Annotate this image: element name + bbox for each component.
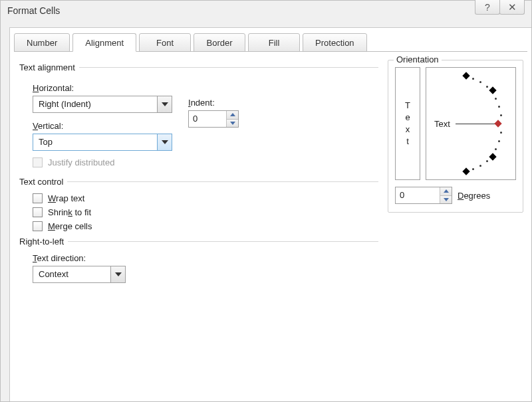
svg-marker-2 <box>230 113 235 116</box>
vertical-select[interactable]: Top <box>33 134 172 151</box>
vertical-value: Top <box>33 134 157 150</box>
checkbox-icon <box>33 193 43 203</box>
dial-tick <box>486 160 488 162</box>
dial-marker <box>489 153 496 160</box>
left-area: Text alignment Horizontal: Right (Indent… <box>19 62 378 283</box>
format-cells-dialog: Format Cells ? ✕ Number Alignment Font B… <box>0 0 532 402</box>
horizontal-value: Right (Indent) <box>33 96 157 112</box>
tab-border[interactable]: Border <box>194 33 245 52</box>
svg-marker-5 <box>444 189 449 193</box>
tab-font[interactable]: Font <box>139 33 191 52</box>
group-text-alignment: Text alignment <box>19 62 378 72</box>
vertical-label: Vertical: <box>33 121 172 131</box>
degrees-label: Degrees <box>458 191 490 201</box>
degrees-spinner[interactable]: 0 <box>395 187 452 204</box>
orientation-group: Orientation T e x t Text <box>388 60 523 213</box>
orientation-vertical-text-button[interactable]: T e x t <box>395 67 420 180</box>
degrees-value: 0 <box>396 187 440 203</box>
spinner-down-icon[interactable] <box>440 195 452 204</box>
close-icon: ✕ <box>508 1 517 13</box>
dial-marker <box>489 86 496 94</box>
dial-tick <box>486 86 488 88</box>
svg-marker-4 <box>115 272 122 276</box>
text-alignment-fields: Horizontal: Right (Indent) Vertical: <box>19 79 378 171</box>
help-button[interactable]: ? <box>475 0 500 15</box>
svg-marker-3 <box>230 122 235 125</box>
shrink-to-fit-checkbox[interactable]: Shrink to fit <box>33 207 378 217</box>
rtl-fields: Text direction: Context <box>19 253 378 283</box>
dial-indicator <box>494 120 501 127</box>
dial-marker <box>462 72 469 79</box>
spinner-up-icon[interactable] <box>227 111 238 119</box>
help-icon: ? <box>485 2 490 13</box>
checkbox-icon <box>33 157 43 167</box>
vertical-text-icon: T e x t <box>405 100 410 148</box>
close-button[interactable]: ✕ <box>499 0 525 15</box>
tab-protection[interactable]: Protection <box>303 33 367 52</box>
alignment-panel: Text alignment Horizontal: Right (Indent… <box>10 52 531 294</box>
text-control-fields: Wrap text Shrink to fit Merge cells <box>19 193 378 231</box>
spinner-down-icon[interactable] <box>227 119 238 128</box>
group-text-control: Text control <box>19 177 378 187</box>
svg-marker-6 <box>444 198 449 201</box>
dial-tick <box>479 81 481 83</box>
chevron-down-icon <box>157 134 172 150</box>
tab-strip: Number Alignment Font Border Fill Protec… <box>10 28 531 52</box>
horizontal-select[interactable]: Right (Indent) <box>33 96 172 113</box>
chevron-down-icon <box>110 266 125 282</box>
dial-tick <box>498 106 500 108</box>
indent-spinner[interactable]: 0 <box>188 110 239 128</box>
wrap-text-checkbox[interactable]: Wrap text <box>33 193 378 203</box>
orientation-frame: Orientation T e x t Text <box>388 60 523 213</box>
tab-fill[interactable]: Fill <box>248 33 300 52</box>
group-right-to-left: Right-to-left <box>19 237 378 247</box>
dial-marker <box>462 167 469 175</box>
checkbox-icon <box>33 221 43 231</box>
merge-cells-checkbox[interactable]: Merge cells <box>33 221 378 231</box>
indent-value: 0 <box>189 111 226 127</box>
titlebar: Format Cells <box>1 1 531 21</box>
svg-marker-0 <box>162 102 168 106</box>
spinner-up-icon[interactable] <box>440 187 452 195</box>
indent-label: Indent: <box>188 98 239 108</box>
dial-tick <box>500 132 502 134</box>
justify-distributed-checkbox: Justify distributed <box>33 157 172 167</box>
dial-tick <box>495 148 497 150</box>
dial-tick <box>472 168 474 170</box>
horizontal-label: Horizontal: <box>33 83 172 93</box>
window-controls: ? ✕ <box>475 0 525 15</box>
text-direction-value: Context <box>33 266 110 282</box>
dial-line <box>456 124 495 124</box>
text-direction-select[interactable]: Context <box>33 266 126 283</box>
tab-alignment[interactable]: Alignment <box>72 33 136 52</box>
svg-marker-1 <box>162 140 168 144</box>
orientation-dial[interactable]: Text <box>426 67 516 180</box>
dialog-content: Number Alignment Font Border Fill Protec… <box>9 27 531 401</box>
checkbox-icon <box>33 207 43 217</box>
chevron-down-icon <box>157 96 172 112</box>
window-title: Format Cells <box>7 5 60 16</box>
dial-tick <box>498 140 500 142</box>
dial-tick <box>479 165 481 167</box>
dial-tick <box>472 78 474 80</box>
text-direction-label: Text direction: <box>33 253 378 263</box>
dial-tick <box>495 98 497 100</box>
dial-tick <box>500 114 502 116</box>
tab-number[interactable]: Number <box>14 33 70 52</box>
